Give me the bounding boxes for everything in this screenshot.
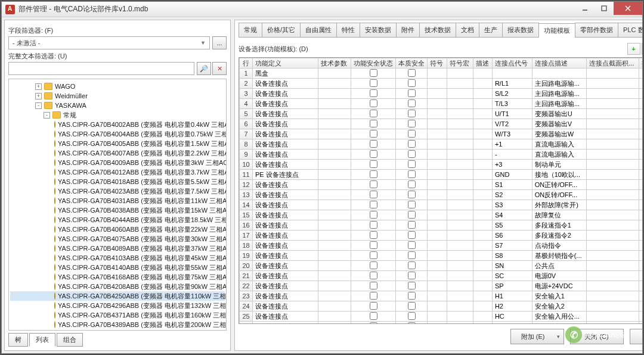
grid-column-header[interactable]: 本质安全 bbox=[396, 58, 428, 68]
grid-cell[interactable]: 主回路电源输... bbox=[532, 79, 587, 89]
grid-checkbox[interactable] bbox=[408, 191, 416, 198]
grid-cell[interactable] bbox=[447, 231, 473, 241]
grid-row[interactable]: 20设备连接点SN公共点 bbox=[240, 261, 643, 271]
grid-cell[interactable]: 2 bbox=[240, 79, 253, 89]
apply-button[interactable]: 应用 (A) bbox=[630, 329, 642, 344]
grid-cell[interactable]: S2 bbox=[492, 190, 532, 200]
grid-checkbox[interactable] bbox=[408, 261, 416, 269]
field-filter-browse-button[interactable]: ... bbox=[212, 36, 227, 49]
grid-cell[interactable] bbox=[318, 89, 351, 99]
grid-checkbox[interactable] bbox=[370, 221, 377, 229]
grid-cell[interactable] bbox=[396, 139, 428, 150]
grid-row[interactable]: 6设备连接点V/T2变频器输出V bbox=[240, 119, 643, 129]
grid-cell[interactable]: 黑盒 bbox=[253, 68, 318, 79]
grid-cell[interactable] bbox=[428, 301, 447, 312]
grid-cell[interactable] bbox=[473, 139, 492, 150]
tree-part-item[interactable]: YAS.CIPR-GA70B4005ABB (变频器 电机容量1.5kW 三相A… bbox=[10, 139, 225, 148]
grid-cell[interactable] bbox=[587, 79, 639, 89]
main-tab[interactable]: PLC 数据 bbox=[618, 23, 642, 37]
grid-cell[interactable]: 设备连接点 bbox=[253, 160, 318, 170]
grid-cell[interactable]: 变频器输出W bbox=[532, 129, 587, 139]
grid-row[interactable]: 5设备连接点U/T1变频器输出U bbox=[240, 109, 643, 119]
grid-row[interactable]: 23设备连接点H1安全输入1 bbox=[240, 291, 643, 301]
grid-cell[interactable] bbox=[351, 210, 396, 220]
grid-cell[interactable] bbox=[428, 210, 447, 220]
grid-column-header[interactable]: 连接点代号 bbox=[492, 58, 532, 68]
grid-cell[interactable]: 7 bbox=[240, 129, 253, 139]
grid-cell[interactable]: ON正转/OFF... bbox=[532, 180, 587, 190]
grid-cell[interactable] bbox=[473, 231, 492, 241]
grid-cell[interactable] bbox=[447, 210, 473, 220]
grid-cell[interactable]: 设备连接点 bbox=[253, 291, 318, 301]
grid-cell[interactable] bbox=[473, 210, 492, 220]
grid-cell[interactable] bbox=[639, 231, 642, 241]
grid-cell[interactable]: 20 bbox=[240, 261, 253, 271]
grid-cell[interactable] bbox=[396, 261, 428, 271]
grid-checkbox[interactable] bbox=[408, 140, 416, 148]
filter-apply-button[interactable]: 🔎 bbox=[197, 62, 211, 75]
grid-cell[interactable] bbox=[447, 139, 473, 150]
grid-cell[interactable]: 设备连接点 bbox=[253, 89, 318, 99]
main-tab[interactable]: 技术数据 bbox=[419, 23, 456, 37]
grid-cell[interactable] bbox=[318, 281, 351, 291]
main-tab[interactable]: 文档 bbox=[456, 23, 479, 37]
grid-cell[interactable]: SP bbox=[492, 281, 532, 291]
close-button[interactable] bbox=[614, 2, 642, 15]
grid-cell[interactable]: 安全输入2 bbox=[532, 301, 587, 312]
grid-cell[interactable] bbox=[396, 291, 428, 301]
grid-cell[interactable]: HC bbox=[492, 312, 532, 322]
grid-cell[interactable] bbox=[639, 89, 642, 99]
grid-checkbox[interactable] bbox=[408, 69, 416, 77]
grid-cell[interactable]: 1 bbox=[240, 68, 253, 79]
grid-cell[interactable]: 设备连接点 bbox=[253, 180, 318, 190]
grid-cell[interactable] bbox=[428, 99, 447, 109]
tree-part-item[interactable]: YAS.CIPR-GA70B4371ABB (变频器 电机容量160kW 三相A… bbox=[10, 310, 225, 320]
grid-cell[interactable] bbox=[428, 261, 447, 271]
grid-cell[interactable] bbox=[396, 210, 428, 220]
grid-column-header[interactable]: 行 bbox=[240, 58, 253, 68]
grid-cell[interactable]: 23 bbox=[240, 291, 253, 301]
grid-row[interactable]: 14设备连接点S3外部故障(常开) bbox=[240, 200, 643, 210]
grid-cell[interactable]: R/L1 bbox=[492, 79, 532, 89]
grid-cell[interactable] bbox=[396, 119, 428, 129]
grid-cell[interactable] bbox=[351, 261, 396, 271]
grid-cell[interactable]: 设备连接点 bbox=[253, 200, 318, 210]
grid-cell[interactable]: 设备连接点 bbox=[253, 210, 318, 220]
grid-cell[interactable] bbox=[428, 109, 447, 119]
grid-cell[interactable] bbox=[447, 89, 473, 99]
grid-checkbox[interactable] bbox=[370, 231, 377, 239]
grid-column-header[interactable]: 连接点截面积... bbox=[587, 58, 639, 68]
grid-checkbox[interactable] bbox=[370, 292, 377, 300]
grid-cell[interactable] bbox=[447, 190, 473, 200]
grid-cell[interactable] bbox=[318, 180, 351, 190]
grid-cell[interactable] bbox=[639, 79, 642, 89]
grid-cell[interactable] bbox=[396, 68, 428, 79]
grid-cell[interactable] bbox=[428, 170, 447, 180]
grid-checkbox[interactable] bbox=[370, 312, 377, 320]
grid-checkbox[interactable] bbox=[408, 302, 416, 310]
grid-cell[interactable]: 点动指令 bbox=[532, 241, 587, 251]
grid-checkbox[interactable] bbox=[408, 292, 416, 300]
grid-cell[interactable]: 设备连接点 bbox=[253, 241, 318, 251]
grid-cell[interactable]: 直流电源输入 bbox=[532, 150, 587, 160]
grid-cell[interactable] bbox=[473, 68, 492, 79]
grid-column-header[interactable]: 功能定义 bbox=[253, 58, 318, 68]
grid-cell[interactable]: 4 bbox=[240, 99, 253, 109]
grid-cell[interactable] bbox=[473, 281, 492, 291]
grid-cell[interactable] bbox=[351, 119, 396, 129]
grid-row[interactable]: 22设备连接点SP电源+24VDC bbox=[240, 281, 643, 291]
grid-cell[interactable] bbox=[351, 79, 396, 89]
grid-cell[interactable] bbox=[318, 150, 351, 160]
grid-cell[interactable] bbox=[639, 170, 642, 180]
grid-cell[interactable] bbox=[318, 170, 351, 180]
grid-checkbox[interactable] bbox=[370, 282, 377, 289]
grid-cell[interactable] bbox=[473, 79, 492, 89]
tree-part-item[interactable]: YAS.CIPR-GA70B4009ABB (变频器 电机容量3kW 三相AC3… bbox=[10, 158, 225, 167]
grid-cell[interactable] bbox=[639, 109, 642, 119]
grid-cell[interactable]: 5 bbox=[240, 109, 253, 119]
grid-cell[interactable] bbox=[532, 68, 587, 79]
grid-cell[interactable] bbox=[396, 281, 428, 291]
grid-cell[interactable]: 主回路电源输... bbox=[532, 89, 587, 99]
grid-checkbox[interactable] bbox=[408, 282, 416, 289]
grid-cell[interactable]: U/T1 bbox=[492, 109, 532, 119]
